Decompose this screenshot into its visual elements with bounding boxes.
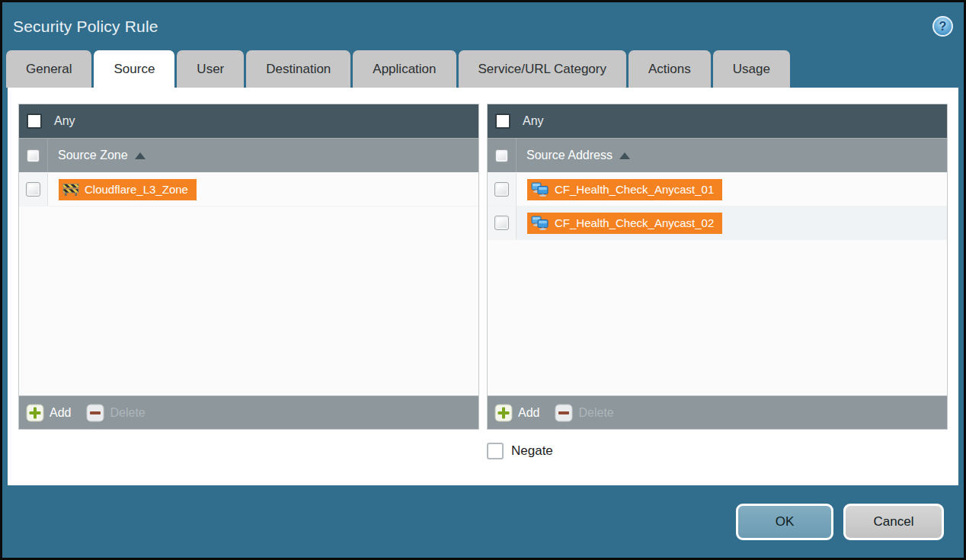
negate-label: Negate — [511, 443, 553, 459]
address-host-icon — [531, 182, 549, 197]
address-item-label: CF_Health_Check_Anycast_02 — [555, 216, 714, 229]
source-address-column-title: Source Address — [526, 149, 613, 162]
ok-button[interactable]: OK — [736, 504, 833, 540]
add-address-label: Add — [518, 406, 539, 420]
dialog-title: Security Policy Rule — [13, 18, 158, 36]
negate-checkbox[interactable] — [487, 443, 504, 459]
delete-address-button[interactable]: Delete — [555, 404, 613, 422]
source-address-any-label: Any — [523, 114, 544, 128]
address-item-label: CF_Health_Check_Anycast_01 — [555, 183, 714, 196]
tab-user[interactable]: User — [177, 50, 244, 88]
tab-destination[interactable]: Destination — [246, 50, 350, 88]
source-address-any-row: Any — [488, 104, 947, 138]
add-zone-label: Add — [50, 406, 71, 420]
titlebar: Security Policy Rule ? — [2, 2, 964, 50]
source-tab-content: Any Source Zone — [8, 88, 958, 485]
zone-item-label: Cloudflare_L3_Zone — [85, 183, 188, 196]
source-zone-list: Cloudflare_L3_Zone — [19, 173, 478, 395]
source-zone-column-header[interactable]: Source Zone — [19, 138, 478, 173]
add-plus-icon — [26, 404, 44, 422]
cancel-button[interactable]: Cancel — [843, 504, 944, 540]
source-zone-column-title: Source Zone — [58, 149, 128, 162]
tab-usage[interactable]: Usage — [713, 50, 790, 88]
sort-ascending-icon — [619, 152, 630, 159]
address-item-anycast-02[interactable]: CF_Health_Check_Anycast_02 — [527, 213, 722, 234]
source-zone-footer: Add Delete — [19, 395, 478, 429]
tab-bar: General Source User Destination Applicat… — [2, 50, 964, 88]
tab-service-url-category[interactable]: Service/URL Category — [459, 50, 627, 88]
source-address-select-all-checkbox[interactable] — [495, 149, 508, 162]
negate-row: Negate — [487, 443, 948, 459]
source-address-footer: Add Delete — [488, 395, 947, 429]
delete-address-label: Delete — [578, 406, 613, 420]
delete-zone-button[interactable]: Delete — [86, 404, 145, 422]
address-item-anycast-01[interactable]: CF_Health_Check_Anycast_01 — [527, 179, 722, 200]
tab-general[interactable]: General — [6, 50, 91, 88]
source-address-panel: Any Source Address — [487, 104, 948, 430]
source-address-list: CF_Health_Check_Anycast_01 — [488, 173, 947, 395]
zone-item-cloudflare-l3-zone[interactable]: Cloudflare_L3_Zone — [59, 179, 197, 200]
add-plus-icon — [494, 404, 513, 422]
tab-actions[interactable]: Actions — [629, 50, 711, 88]
source-zone-any-label: Any — [54, 114, 75, 128]
delete-minus-icon — [555, 404, 573, 422]
zone-row-checkbox[interactable] — [26, 182, 40, 197]
dialog-footer: OK Cancel — [2, 485, 964, 558]
delete-minus-icon — [86, 404, 104, 422]
table-row: CF_Health_Check_Anycast_02 — [488, 206, 947, 240]
source-zone-any-checkbox[interactable] — [27, 114, 42, 129]
table-row: CF_Health_Check_Anycast_01 — [488, 173, 947, 206]
tab-source[interactable]: Source — [94, 50, 174, 88]
source-address-column-header[interactable]: Source Address — [488, 138, 947, 173]
sort-ascending-icon — [135, 152, 146, 159]
address-row-checkbox[interactable] — [494, 182, 509, 197]
tab-application[interactable]: Application — [353, 50, 456, 88]
source-zone-any-row: Any — [19, 104, 478, 138]
address-row-checkbox[interactable] — [494, 216, 509, 230]
zone-barrier-icon — [62, 183, 79, 196]
help-icon[interactable]: ? — [932, 16, 953, 37]
source-zone-select-all-checkbox[interactable] — [27, 149, 40, 162]
add-zone-button[interactable]: Add — [26, 404, 71, 422]
delete-zone-label: Delete — [110, 406, 145, 420]
source-address-any-checkbox[interactable] — [495, 114, 510, 129]
source-zone-panel: Any Source Zone — [18, 104, 479, 430]
add-address-button[interactable]: Add — [494, 404, 539, 422]
security-policy-rule-dialog: Security Policy Rule ? General Source Us… — [0, 0, 966, 560]
address-host-icon — [531, 216, 549, 230]
table-row: Cloudflare_L3_Zone — [19, 173, 478, 206]
